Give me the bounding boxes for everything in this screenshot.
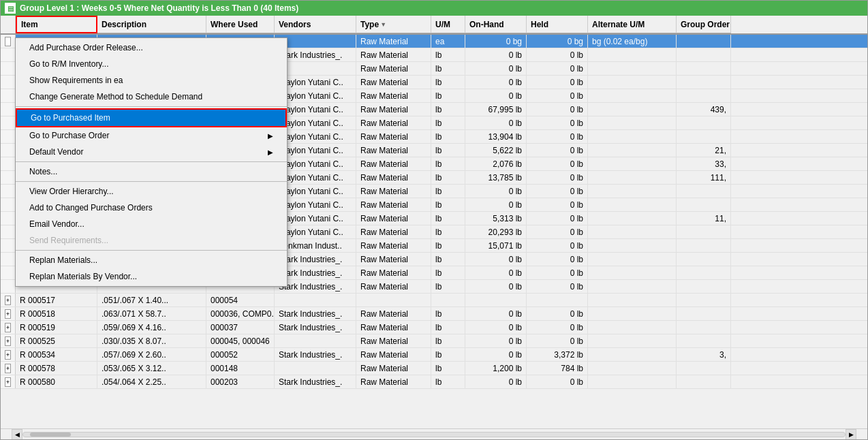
menu-item-show-requirements[interactable]: Show Requirements in ea [16,72,287,89]
cell-alt-um [588,266,677,279]
menu-item-go-to-rm-inventory[interactable]: Go to R/M Inventory... [16,56,287,72]
menu-item-go-to-purchased-item[interactable]: Go to Purchased Item [16,108,287,127]
scroll-left-arrow[interactable]: ◀ [12,429,22,440]
table-row[interactable]: + R 000517 .051/.067 X 1.40... 000054 [1,294,867,307]
col-header-desc[interactable]: Description [97,16,206,33]
table-row[interactable]: + R 000534 .057/.069 X 2.60.. 000052 Sta… [1,348,867,362]
row-expander[interactable] [1,225,16,238]
col-header-item[interactable]: Item [16,16,97,33]
row-expander[interactable] [1,185,16,198]
row-expander[interactable] [1,76,16,89]
row-expander[interactable]: + [1,375,16,388]
row-expander[interactable] [1,62,16,75]
cell-held: 0 lb [527,266,588,279]
row-expander[interactable] [1,144,16,157]
row-expander[interactable] [1,89,16,102]
table-row[interactable]: + R 000578 .053/.065 X 3.12.. 000148 Raw… [1,362,867,375]
row-expander[interactable]: + [1,294,16,307]
expand-collapse-btn[interactable]: + [5,350,11,360]
expand-collapse-btn[interactable]: - [5,37,11,46]
menu-item-replan-by-vendor[interactable]: Replan Materials By Vendor... [16,268,287,285]
menu-item-view-order-hierarchy[interactable]: View Order Hierarchy... [16,183,287,200]
cell-um: lb [431,157,465,170]
cell-um: lb [431,239,465,252]
menu-item-change-generate-method[interactable]: Change Generate Method to Schedule Deman… [16,89,287,105]
table-row[interactable]: + R 000525 .030/.035 X 8.07.. 000045, 00… [1,334,867,348]
cell-group-order: 111, [677,171,731,184]
expand-collapse-btn[interactable]: + [5,336,11,346]
type-filter-icon[interactable]: ▼ [380,21,386,28]
row-expander[interactable] [1,48,16,61]
cell-alt-um [588,375,677,388]
menu-item-add-to-changed-po[interactable]: Add to Changed Purchase Orders [16,200,287,216]
row-expander[interactable] [1,266,16,279]
table-row[interactable]: + R 000580 .054/.064 X 2.25.. 000203 Sta… [1,375,867,389]
row-expander[interactable]: - [1,35,16,48]
col-header-group-order[interactable]: Group Order [677,16,731,33]
row-expander[interactable] [1,171,16,184]
col-header-held[interactable]: Held [527,16,588,33]
table-row[interactable]: + R 000518 .063/.071 X 58.7.. 000036, CO… [1,307,867,321]
horizontal-scrollbar[interactable]: ◀ ▶ [1,428,867,439]
cell-held: 0 lb [527,307,588,320]
row-expander[interactable]: + [1,362,16,375]
row-expander[interactable]: + [1,334,16,347]
expand-collapse-btn[interactable]: + [5,296,11,305]
expand-collapse-btn[interactable]: + [5,377,11,387]
scrollbar-track[interactable] [22,432,846,437]
menu-item-add-po-release[interactable]: Add Purchase Order Release... [16,40,287,56]
menu-item-default-vendor[interactable]: Default Vendor▶ [16,144,287,160]
cell-on-hand: 0 lb [465,266,527,279]
row-expander[interactable] [1,212,16,225]
expand-collapse-btn[interactable]: + [5,364,11,373]
row-expander[interactable] [1,253,16,266]
expand-collapse-btn[interactable]: + [5,309,11,319]
cell-vendors [275,362,356,375]
table-row[interactable]: + R 000519 .059/.069 X 4.16.. 000037 Sta… [1,321,867,334]
row-expander[interactable] [1,130,16,143]
scrollbar-thumb[interactable] [30,433,71,437]
menu-item-label: Show Requirements in ea [29,76,123,85]
scroll-right-arrow[interactable]: ▶ [846,429,856,440]
cell-type: Raw Material [356,76,431,89]
cell-type: Raw Material [356,307,431,320]
cell-alt-um [588,321,677,334]
row-expander[interactable] [1,103,16,116]
col-header-um[interactable]: U/M [431,16,465,33]
cell-type: Raw Material [356,116,431,129]
row-expander[interactable] [1,157,16,170]
row-expander[interactable]: + [1,321,16,334]
menu-item-email-vendor[interactable]: Email Vendor... [16,216,287,232]
cell-group-order [677,239,731,252]
cell-where-used: 000052 [206,348,275,361]
cell-um: lb [431,225,465,238]
menu-item-notes[interactable]: Notes... [16,163,287,180]
col-header-where-used[interactable]: Where Used [206,16,275,33]
cell-held: 0 lb [527,212,588,225]
expand-collapse-btn[interactable]: + [5,323,11,332]
cell-on-hand: 67,995 lb [465,103,527,116]
cell-on-hand: 1,200 lb [465,362,527,375]
row-expander[interactable] [1,280,16,293]
cell-where-used: 000037 [206,321,275,334]
cell-held: 0 lb [527,48,588,61]
row-expander[interactable]: + [1,348,16,361]
cell-um: lb [431,253,465,266]
title-bar: ▤ Group Level 1 : Weeks 0-5 Where Net Qu… [1,1,867,16]
submenu-arrow: ▶ [268,148,273,156]
col-header-type[interactable]: Type ▼ [356,16,431,33]
row-expander[interactable] [1,198,16,211]
col-header-on-hand[interactable]: On-Hand [465,16,527,33]
cell-alt-um [588,294,677,307]
menu-item-replan-materials[interactable]: Replan Materials... [16,252,287,268]
col-header-alt-um[interactable]: Alternate U/M [588,16,677,33]
col-header-vendors[interactable]: Vendors [275,16,356,33]
cell-held: 0 lb [527,116,588,129]
row-expander[interactable] [1,239,16,252]
menu-item-label: Notes... [29,167,57,176]
cell-desc: .054/.064 X 2.25.. [97,375,206,388]
row-expander[interactable]: + [1,307,16,320]
menu-item-go-to-purchase-order[interactable]: Go to Purchase Order▶ [16,127,287,144]
cell-held: 0 lb [527,171,588,184]
row-expander[interactable] [1,116,16,129]
